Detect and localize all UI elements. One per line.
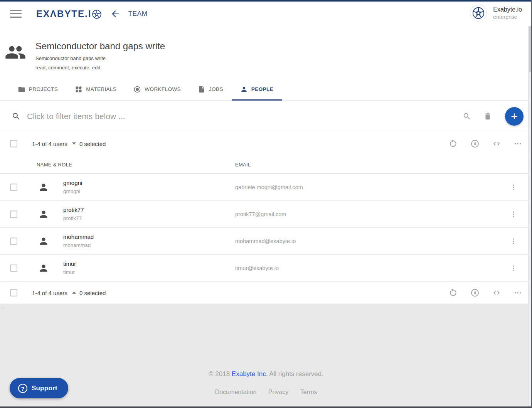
page-permissions: read, comment, execute, edit: [35, 65, 532, 71]
support-button[interactable]: ? Support: [10, 378, 68, 398]
caret-down-icon: [72, 143, 76, 145]
row-menu-button[interactable]: [508, 209, 519, 220]
select-all-checkbox[interactable]: [10, 289, 17, 296]
ellipsis-vertical-icon: [510, 237, 517, 245]
row-checkbox[interactable]: [10, 183, 17, 191]
brand-logo[interactable]: EXΛBYTE.I: [36, 8, 102, 19]
account-type: enterprise: [493, 14, 522, 20]
row-menu-button[interactable]: [508, 263, 519, 274]
user-role: gmogni: [63, 188, 80, 194]
ellipsis-vertical-icon: [510, 210, 517, 218]
select-all-checkbox[interactable]: [10, 140, 17, 147]
row-checkbox[interactable]: [10, 264, 17, 272]
terms-link[interactable]: Terms: [300, 389, 317, 395]
code-button[interactable]: [491, 287, 502, 299]
documentation-link[interactable]: Documentation: [215, 389, 257, 395]
user-name: gmogni: [63, 180, 82, 186]
copyright-line: © 2018 Exabyte Inc. All rights reserved.: [0, 304, 532, 378]
add-user-button[interactable]: +: [505, 107, 524, 126]
folder-icon: [18, 86, 25, 93]
more-options-button[interactable]: [512, 138, 524, 149]
account-widget[interactable]: Exabyte.io enterprise: [470, 5, 522, 22]
page-subtitle: Semiconductor band gaps write: [35, 55, 532, 61]
row-menu-button[interactable]: [508, 182, 519, 193]
stray-mark: ,: [2, 304, 3, 309]
search-icon: [12, 112, 21, 121]
table-row[interactable]: timur timur timur@exabyte.io: [0, 255, 532, 282]
user-role: timur: [63, 269, 75, 275]
file-icon: [198, 86, 205, 93]
page-footer: , © 2018 Exabyte Inc. All rights reserve…: [0, 304, 532, 406]
ellipsis-vertical-icon: [510, 183, 517, 191]
privacy-link[interactable]: Privacy: [268, 389, 288, 395]
tab-label: MATERIALS: [86, 86, 116, 92]
refresh-button[interactable]: [448, 287, 459, 299]
tab-people[interactable]: PEOPLE: [232, 78, 282, 100]
row-checkbox[interactable]: [10, 237, 17, 245]
filter-bar: +: [0, 101, 532, 132]
person-icon: [38, 209, 49, 220]
user-email: mohammad@exabyte.io: [235, 238, 296, 244]
refresh-icon: [449, 139, 458, 148]
fullerene-ball-icon: [92, 9, 102, 19]
code-brackets-icon: [492, 139, 501, 148]
ellipsis-vertical-icon: [510, 264, 517, 272]
people-group-icon: [5, 42, 26, 63]
scrollbar[interactable]: [528, 26, 531, 406]
pagination-dropdown[interactable]: 1-4 of 4 users: [32, 289, 76, 296]
trash-icon: [483, 112, 492, 121]
copyright-suffix: . All rights reserved.: [266, 370, 323, 378]
table-row[interactable]: gmogni gmogni gabriele.mogni@gmail.com: [0, 174, 532, 201]
delete-button[interactable]: [482, 111, 493, 122]
user-email: gabriele.mogni@gmail.com: [235, 184, 303, 190]
list-toolbar-bottom: 1-4 of 4 users 0 selected: [0, 282, 532, 304]
pagination-dropdown[interactable]: 1-4 of 4 users: [32, 140, 76, 147]
user-email: protik77@gmail.com: [235, 211, 286, 217]
row-menu-button[interactable]: [508, 236, 519, 247]
user-email: timur@exabyte.io: [235, 265, 279, 271]
selected-count: 0 selected: [79, 289, 106, 296]
company-link[interactable]: Exabyte Inc: [232, 370, 266, 378]
menu-icon[interactable]: [10, 10, 22, 18]
filter-input[interactable]: [27, 112, 461, 121]
tab-workflows[interactable]: WORKFLOWS: [125, 78, 189, 100]
code-brackets-icon: [492, 289, 501, 297]
tab-label: JOBS: [209, 86, 223, 92]
table-header: NAME & ROLE EMAIL: [0, 155, 532, 174]
footer-links: Documentation Privacy Terms: [0, 389, 532, 396]
back-arrow-icon[interactable]: [110, 9, 120, 19]
pause-circle-icon: [470, 139, 480, 148]
user-role: mohammad: [63, 242, 91, 248]
ellipsis-horizontal-icon: [513, 139, 522, 148]
pagination-range: 1-4 of 4 users: [32, 289, 67, 296]
tab-bar: PROJECTS MATERIALS WORKFLOWS JOBS PEOPLE: [0, 78, 532, 101]
code-button[interactable]: [491, 138, 502, 149]
pause-button[interactable]: [469, 138, 481, 150]
search-button[interactable]: [461, 111, 473, 122]
user-name: mohammad: [63, 233, 94, 240]
person-icon: [38, 263, 49, 274]
more-options-button[interactable]: [512, 287, 524, 299]
tab-label: WORKFLOWS: [145, 86, 181, 92]
support-label: Support: [32, 384, 57, 392]
page-title: Semiconductor band gaps write: [35, 36, 532, 52]
tab-jobs[interactable]: JOBS: [189, 78, 232, 100]
caret-up-icon: [72, 292, 76, 294]
tab-materials[interactable]: MATERIALS: [66, 78, 125, 100]
account-name: Exabyte.io: [493, 6, 522, 13]
tab-projects[interactable]: PROJECTS: [9, 78, 66, 100]
copyright-prefix: © 2018: [209, 370, 232, 378]
refresh-button[interactable]: [448, 138, 459, 149]
search-icon: [463, 112, 471, 121]
widgets-icon: [75, 86, 82, 93]
person-icon: [38, 236, 49, 247]
person-icon: [240, 86, 248, 93]
table-row[interactable]: mohammad mohammad mohammad@exabyte.io: [0, 228, 532, 255]
row-checkbox[interactable]: [10, 210, 17, 218]
column-header-email: EMAIL: [235, 161, 251, 167]
user-name: protik77: [63, 207, 84, 213]
pause-button[interactable]: [469, 287, 481, 299]
tab-label: PROJECTS: [29, 86, 58, 92]
question-circle-icon: ?: [18, 384, 27, 393]
table-row[interactable]: protik77 protik77 protik77@gmail.com: [0, 201, 532, 228]
